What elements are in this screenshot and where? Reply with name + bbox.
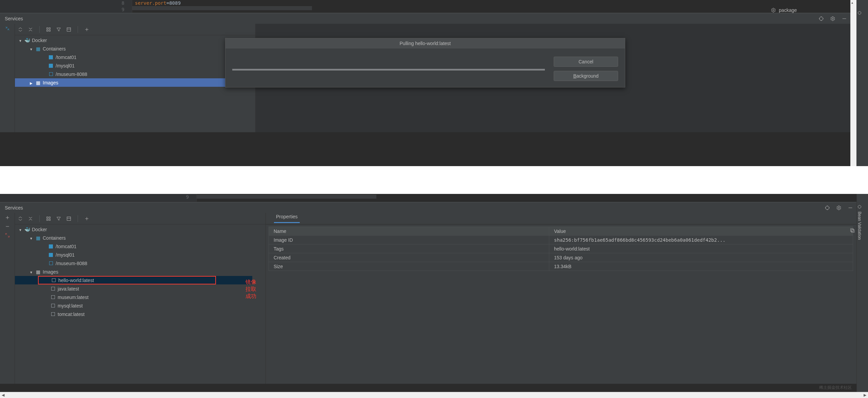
tree-container-item[interactable]: /tomcat01 — [15, 242, 252, 251]
tree-container-item[interactable]: /museum-8088 — [15, 70, 252, 78]
table-row[interactable]: Image ID sha256:bf756fb1ae65adf866bd8c45… — [269, 236, 853, 244]
tree-containers[interactable]: ▦ Containers — [15, 234, 252, 242]
services-tree[interactable]: 🐳 Docker ▦ Containers /tomcat01 /mysql01 — [15, 224, 252, 384]
code-key: server.port — [135, 0, 166, 6]
editor-hscroll[interactable] — [197, 195, 376, 199]
tab-properties[interactable]: Properties — [274, 214, 300, 223]
svg-rect-5 — [47, 30, 48, 31]
chevron-down-icon[interactable] — [29, 46, 33, 52]
bean-validation-tab[interactable]: Bean Validation — [857, 194, 862, 240]
svg-rect-15 — [851, 230, 854, 232]
filter-icon[interactable] — [56, 216, 61, 221]
tree-label: Containers — [43, 46, 66, 52]
background-button[interactable]: Background — [554, 71, 618, 81]
target-icon[interactable] — [818, 16, 824, 21]
svg-rect-10 — [47, 217, 48, 218]
tree-image-item[interactable]: museum:latest — [15, 293, 252, 301]
tree-label: /mysql01 — [56, 252, 75, 258]
tree-container-item[interactable]: /mysql01 — [15, 61, 252, 70]
grid-icon[interactable] — [46, 216, 51, 221]
expand-all-icon[interactable] — [18, 27, 23, 32]
add-icon[interactable] — [5, 215, 10, 220]
table-row[interactable]: Created 153 days ago — [269, 253, 853, 262]
code-area[interactable] — [197, 194, 868, 202]
scroll-right-icon[interactable]: ▶ — [862, 392, 868, 398]
tree-image-item[interactable]: tomcat:latest — [15, 310, 252, 318]
maven-package-label: package — [779, 7, 797, 13]
docker-icon: 🐳 — [24, 227, 30, 232]
layout-icon[interactable] — [66, 27, 72, 32]
page-hscroll[interactable]: ◀ ▶ — [0, 392, 868, 398]
bean-validation-tab[interactable] — [857, 0, 862, 16]
col-value[interactable]: Value — [549, 227, 853, 236]
collapse-all-icon[interactable] — [28, 27, 33, 32]
tree-image-item[interactable]: hello-world:latest — [15, 276, 252, 284]
copy-icon[interactable] — [850, 228, 855, 233]
tree-container-item[interactable]: /museum-8088 — [15, 259, 252, 267]
image-icon — [51, 304, 55, 307]
add-icon[interactable] — [84, 27, 90, 32]
tree-docker[interactable]: 🐳 Docker — [15, 225, 252, 234]
grid-icon[interactable] — [46, 27, 51, 32]
tree-image-item[interactable]: mysql:latest — [15, 301, 252, 310]
cancel-button[interactable]: Cancel — [554, 57, 618, 67]
svg-point-1 — [820, 17, 823, 20]
gutter: 9 — [0, 194, 197, 202]
right-tool-sidebar[interactable] — [856, 0, 868, 166]
minimize-icon[interactable] — [848, 205, 853, 211]
tree-images[interactable]: ▦ Images — [15, 78, 252, 87]
editor-hscroll[interactable] — [132, 6, 312, 10]
table-row[interactable]: Tags hello-world:latest — [269, 244, 853, 253]
container-stopped-icon — [49, 72, 53, 76]
gear-icon[interactable] — [830, 16, 835, 21]
image-icon — [52, 278, 56, 282]
containers-icon: ▦ — [35, 235, 41, 241]
chevron-right-icon[interactable] — [29, 80, 33, 85]
cell-name: Image ID — [269, 236, 549, 244]
services-main-area: Pulling hello-world:latest Cancel Backgr… — [256, 24, 850, 132]
remove-icon[interactable] — [5, 224, 10, 229]
layout-icon[interactable] — [66, 216, 72, 221]
chevron-down-icon[interactable] — [29, 235, 33, 241]
svg-rect-4 — [49, 27, 50, 29]
code-eq: = — [166, 0, 169, 6]
outer-vscroll[interactable]: ▴ — [850, 0, 856, 166]
container-running-icon — [49, 253, 53, 257]
chevron-down-icon[interactable] — [18, 38, 22, 43]
tree-container-item[interactable]: /mysql01 — [15, 251, 252, 259]
tree-images[interactable]: ▦ Images — [15, 267, 252, 276]
tree-label: java:latest — [58, 286, 79, 292]
tree-docker[interactable]: 🐳 Docker — [15, 36, 252, 44]
maven-tool-item[interactable]: package — [771, 7, 797, 13]
svg-point-0 — [773, 9, 774, 11]
right-tool-sidebar[interactable]: Bean Validation — [856, 194, 868, 392]
expand-all-icon[interactable] — [18, 216, 23, 221]
container-running-icon — [49, 64, 53, 68]
collapse-in-icon[interactable] — [5, 26, 10, 31]
tree-containers[interactable]: ▦ Containers — [15, 44, 252, 53]
cell-value: 153 days ago — [549, 253, 853, 262]
expand-out-icon[interactable] — [5, 233, 10, 238]
tree-label: museum:latest — [58, 295, 88, 300]
scroll-left-icon[interactable]: ◀ — [0, 392, 6, 398]
svg-point-8 — [826, 206, 829, 210]
tree-image-item[interactable]: java:latest — [15, 284, 252, 293]
minimize-icon[interactable] — [842, 16, 847, 21]
tree-label: Images — [43, 269, 58, 275]
add-icon[interactable] — [84, 216, 90, 221]
code-val: 8089 — [169, 0, 181, 6]
tree-container-item[interactable]: /tomcat01 — [15, 53, 252, 61]
filter-icon[interactable] — [56, 27, 61, 32]
chevron-down-icon[interactable] — [29, 269, 33, 275]
collapse-all-icon[interactable] — [28, 216, 33, 221]
services-tree[interactable]: 🐳 Docker ▦ Containers /tomcat01 /mysql01 — [15, 35, 252, 132]
tree-label: /tomcat01 — [56, 244, 76, 249]
code-area[interactable]: server.port=8089 — [132, 0, 868, 13]
image-icon — [51, 295, 55, 299]
target-icon[interactable] — [825, 205, 830, 211]
gear-icon[interactable] — [836, 205, 842, 211]
col-name[interactable]: Name — [269, 227, 549, 236]
bean-icon — [857, 204, 862, 210]
table-row[interactable]: Size 13.34kB — [269, 262, 853, 271]
chevron-down-icon[interactable] — [18, 227, 22, 232]
